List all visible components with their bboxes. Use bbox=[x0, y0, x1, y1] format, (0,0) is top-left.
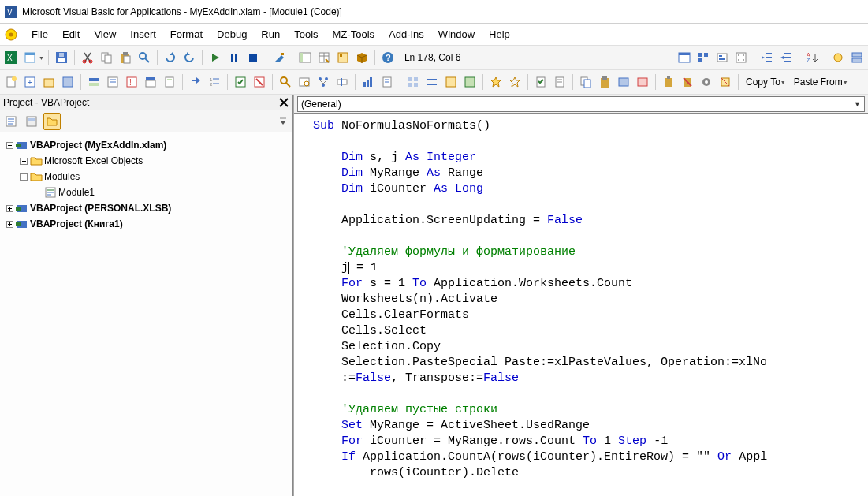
svg-line-19 bbox=[145, 58, 149, 62]
indent-button[interactable] bbox=[758, 49, 776, 66]
mz-control-explorer-button[interactable] bbox=[713, 49, 731, 66]
mz-tasklist-button[interactable] bbox=[551, 73, 568, 91]
mz-template-button[interactable] bbox=[161, 73, 178, 91]
undo-button[interactable] bbox=[162, 49, 179, 66]
view-object-button[interactable] bbox=[23, 113, 40, 130]
menu-file[interactable]: File bbox=[25, 25, 54, 43]
menu-format[interactable]: Format bbox=[164, 25, 209, 43]
mz-clip2-button[interactable] bbox=[634, 73, 651, 91]
design-mode-button[interactable] bbox=[270, 49, 288, 66]
close-panel-button[interactable] bbox=[276, 95, 292, 110]
mz-deadcode-button[interactable] bbox=[251, 73, 268, 91]
svg-rect-128 bbox=[27, 117, 36, 126]
expander-plus-icon[interactable] bbox=[17, 155, 30, 167]
mz-favlist-button[interactable] bbox=[506, 73, 523, 91]
mz-split-button[interactable] bbox=[848, 49, 866, 66]
menu-addins[interactable]: Add-Ins bbox=[382, 25, 430, 43]
mz-sort-button[interactable]: AZ bbox=[803, 49, 821, 66]
expander-minus-icon[interactable] bbox=[17, 170, 30, 183]
mz-convert-button[interactable] bbox=[187, 73, 204, 91]
mz-paste-button[interactable] bbox=[596, 73, 613, 91]
tree-project-2[interactable]: VBAProject (PERSONAL.XLSB) bbox=[3, 200, 289, 216]
mz-designer-button[interactable] bbox=[732, 49, 750, 66]
insert-module-button[interactable] bbox=[21, 49, 39, 66]
object-browser-button[interactable] bbox=[334, 49, 352, 66]
mz-addform-button[interactable] bbox=[59, 73, 76, 91]
mz-extra-button[interactable] bbox=[717, 73, 734, 91]
reset-button[interactable] bbox=[244, 49, 262, 66]
mz-linenums-button[interactable]: 12 bbox=[206, 73, 223, 91]
mz-stats-button[interactable] bbox=[359, 73, 377, 91]
mz-clip1-button[interactable] bbox=[615, 73, 632, 91]
run-button[interactable] bbox=[207, 49, 224, 66]
tree-folder-modules[interactable]: Modules bbox=[3, 169, 289, 185]
mz-copy-button[interactable] bbox=[577, 73, 594, 91]
properties-button[interactable] bbox=[315, 49, 333, 66]
menu-run[interactable]: Run bbox=[255, 25, 286, 43]
tree-project-1[interactable]: VBAProject (MyExAddIn.xlam) bbox=[3, 137, 289, 153]
mz-addmodule-button[interactable]: + bbox=[21, 73, 39, 91]
menu-view[interactable]: View bbox=[88, 25, 122, 43]
expander-plus-icon[interactable] bbox=[3, 202, 16, 214]
copy-button[interactable] bbox=[98, 49, 115, 66]
menu-window[interactable]: Window bbox=[432, 25, 481, 43]
copy-to-button[interactable]: Copy To▼ bbox=[743, 73, 789, 91]
mz-sort-proc-button[interactable] bbox=[404, 73, 422, 91]
tree-project-3[interactable]: VBAProject (Книга1) bbox=[3, 216, 289, 232]
mz-addclass-button[interactable] bbox=[40, 73, 58, 91]
svg-rect-90 bbox=[363, 82, 366, 87]
mz-rename-button[interactable] bbox=[333, 73, 351, 91]
break-button[interactable] bbox=[225, 49, 243, 66]
menu-insert[interactable]: Insert bbox=[124, 25, 162, 43]
menu-debug[interactable]: Debug bbox=[210, 25, 253, 43]
mz-findresults-button[interactable] bbox=[296, 73, 313, 91]
mz-header-button[interactable] bbox=[142, 73, 159, 91]
mz-procedure-button[interactable] bbox=[85, 73, 102, 91]
code-editor[interactable]: Sub NoFormulasNoFormats() Dim s, j As In… bbox=[294, 114, 868, 496]
mz-multi2-button[interactable] bbox=[461, 73, 479, 91]
menu-edit[interactable]: Edit bbox=[56, 25, 86, 43]
expander-plus-icon[interactable] bbox=[3, 218, 16, 230]
mz-taskadd-button[interactable] bbox=[532, 73, 549, 91]
toolbox-button[interactable] bbox=[353, 49, 371, 66]
project-explorer-button[interactable] bbox=[296, 49, 314, 66]
mz-doc-button[interactable] bbox=[378, 73, 396, 91]
mz-errorhandler-button[interactable]: ! bbox=[123, 73, 140, 91]
dropdown-arrow-icon[interactable]: ▼ bbox=[39, 55, 44, 61]
tree-folder-excel-objects[interactable]: Microsoft Excel Objects bbox=[3, 153, 289, 169]
view-excel-button[interactable]: X bbox=[2, 49, 20, 66]
mz-clearclip-button[interactable] bbox=[679, 73, 696, 91]
mz-tabindex-button[interactable] bbox=[695, 49, 712, 66]
tree-module-1[interactable]: Module1 bbox=[3, 185, 289, 200]
cut-button[interactable] bbox=[79, 49, 96, 66]
menu-tools[interactable]: Tools bbox=[288, 25, 324, 43]
svg-rect-10 bbox=[59, 53, 64, 57]
toggle-folders-button[interactable] bbox=[43, 113, 61, 130]
redo-button[interactable] bbox=[181, 49, 198, 66]
mz-favadd-button[interactable] bbox=[487, 73, 505, 91]
mztools-icon[interactable] bbox=[3, 27, 19, 43]
mz-options-button[interactable] bbox=[698, 73, 715, 91]
mz-find-button[interactable] bbox=[277, 73, 294, 91]
menu-mztools[interactable]: MZ-Tools bbox=[326, 25, 381, 43]
save-button[interactable] bbox=[53, 49, 70, 66]
mz-clipboard-button[interactable] bbox=[660, 73, 677, 91]
find-button[interactable] bbox=[136, 49, 153, 66]
expander-minus-icon[interactable] bbox=[3, 139, 16, 151]
mz-procedurecallers-button[interactable] bbox=[315, 73, 332, 91]
mz-new-button[interactable] bbox=[2, 73, 20, 91]
menu-help[interactable]: Help bbox=[482, 25, 516, 43]
mz-review-button[interactable] bbox=[232, 73, 249, 91]
view-code-button[interactable] bbox=[2, 113, 20, 130]
dropdown-icon[interactable] bbox=[277, 113, 289, 130]
paste-from-button[interactable]: Paste From▼ bbox=[791, 73, 851, 91]
mz-codeelement-button[interactable] bbox=[104, 73, 121, 91]
mz-multi1-button[interactable] bbox=[442, 73, 460, 91]
help-button[interactable]: ? bbox=[379, 49, 397, 66]
mz-project-explorer-button[interactable] bbox=[676, 49, 693, 66]
outdent-button[interactable] bbox=[777, 49, 795, 66]
mz-break-button[interactable] bbox=[829, 49, 847, 66]
object-dropdown[interactable]: (General) ▼ bbox=[297, 96, 865, 112]
mz-splitlines-button[interactable] bbox=[423, 73, 441, 91]
paste-button[interactable] bbox=[117, 49, 134, 66]
